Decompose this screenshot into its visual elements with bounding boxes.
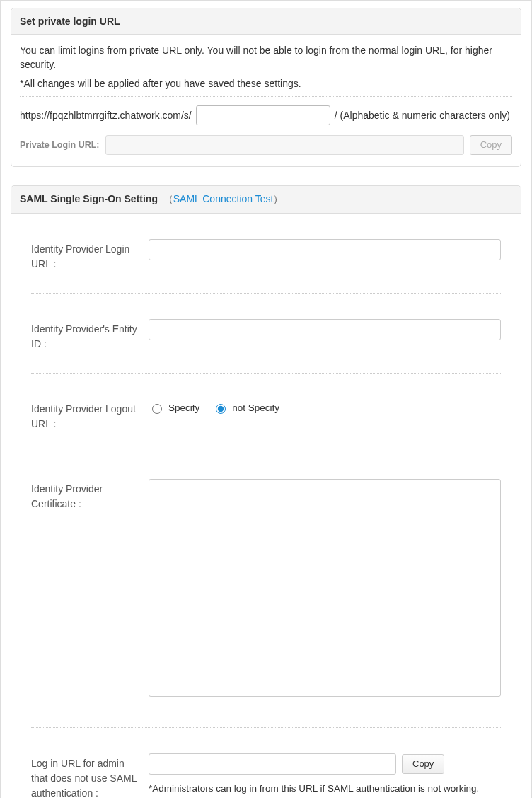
idp-login-url-label: Identity Provider Login URL : xyxy=(31,239,137,272)
idp-login-url-input[interactable] xyxy=(149,239,501,260)
saml-sso-panel: SAML Single Sign-On Setting （SAML Connec… xyxy=(11,185,521,798)
not-specify-radio[interactable] xyxy=(216,404,226,414)
copy-private-url-button: Copy xyxy=(470,135,512,155)
idp-certificate-label: Identity Provider Certificate : xyxy=(31,479,137,511)
private-login-url-title: Set private login URL xyxy=(11,8,521,35)
admin-login-note: *Administrators can log in from this URL… xyxy=(149,782,501,796)
private-login-note: *All changes will be applied after you h… xyxy=(20,78,512,89)
idp-logout-url-row: Identity Provider Logout URL : Specify n… xyxy=(31,393,501,453)
specify-radio[interactable] xyxy=(152,404,162,414)
idp-certificate-textarea[interactable] xyxy=(149,479,501,697)
url-suffix-text: / (Alphabetic & numeric characters only) xyxy=(335,110,510,121)
url-prefix-text: https://fpqzhlbtmrrgiftz.chatwork.com/s/ xyxy=(20,110,192,121)
admin-login-url-label: Log in URL for admin that does not use S… xyxy=(31,753,137,798)
url-slug-input[interactable] xyxy=(196,105,330,125)
private-login-url-output xyxy=(105,135,464,155)
private-login-url-panel: Set private login URL You can limit logi… xyxy=(11,8,521,167)
admin-login-url-row: Log in URL for admin that does not use S… xyxy=(31,748,501,798)
copy-admin-url-button[interactable]: Copy xyxy=(402,754,444,774)
idp-entity-id-label: Identity Provider's Entity ID : xyxy=(31,319,137,352)
specify-text: Specify xyxy=(168,403,200,413)
admin-login-url-input[interactable] xyxy=(149,753,396,775)
saml-sso-title: SAML Single Sign-On Setting xyxy=(20,193,158,204)
divider xyxy=(20,96,512,97)
idp-entity-id-row: Identity Provider's Entity ID : xyxy=(31,313,501,374)
open-paren: （ xyxy=(163,193,173,204)
idp-login-url-row: Identity Provider Login URL : xyxy=(31,233,501,294)
idp-certificate-row: Identity Provider Certificate : xyxy=(31,473,501,728)
private-login-url-label: Private Login URL: xyxy=(20,140,100,150)
idp-entity-id-input[interactable] xyxy=(149,319,501,340)
logout-url-radio-group: Specify not Specify xyxy=(149,399,501,414)
specify-radio-label[interactable]: Specify xyxy=(149,402,200,414)
saml-connection-test-link[interactable]: SAML Connection Test xyxy=(173,193,274,204)
not-specify-text: not Specify xyxy=(232,403,279,413)
url-slug-row: https://fpqzhlbtmrrgiftz.chatwork.com/s/… xyxy=(20,105,512,125)
admin-url-input-row: Copy xyxy=(149,753,501,775)
idp-logout-url-label: Identity Provider Logout URL : xyxy=(31,399,137,432)
private-login-url-row: Private Login URL: Copy xyxy=(20,135,512,155)
private-login-description: You can limit logins from private URL on… xyxy=(20,43,512,72)
close-paren: ） xyxy=(273,193,283,204)
saml-sso-header: SAML Single Sign-On Setting （SAML Connec… xyxy=(11,186,521,214)
not-specify-radio-label[interactable]: not Specify xyxy=(212,402,279,414)
